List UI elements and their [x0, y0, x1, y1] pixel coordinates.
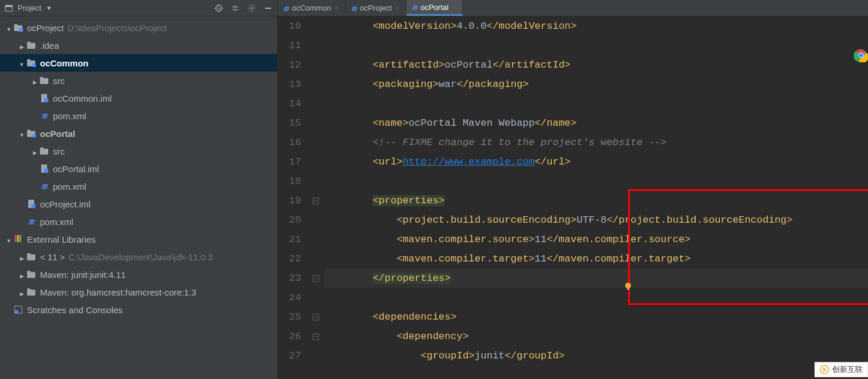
code-line[interactable]: <dependencies> [325, 307, 868, 327]
tree-node--idea[interactable]: .idea [0, 36, 277, 54]
folder-icon [39, 75, 49, 86]
iml-icon [39, 93, 49, 103]
code-line[interactable] [325, 288, 868, 307]
fold-marker[interactable] [307, 36, 325, 55]
close-icon[interactable]: × [395, 4, 400, 12]
intention-bulb-icon[interactable] [623, 281, 633, 291]
maven-file-icon: m [283, 4, 288, 13]
fold-marker[interactable] [307, 94, 325, 113]
code-editor[interactable]: 101112131415161718192021222324252627 <mo… [278, 16, 868, 379]
code-line[interactable]: <url>http://www.example.com</url> [325, 152, 868, 172]
fold-marker[interactable] [307, 346, 325, 365]
tree-node-label: < 11 > [40, 252, 65, 262]
tree-node-pom-xml[interactable]: mpom.xml [0, 177, 277, 195]
tree-node-pom-xml[interactable]: mpom.xml [0, 213, 277, 230]
tree-node-src[interactable]: src [0, 72, 277, 89]
project-pane-icon[interactable] [4, 3, 14, 14]
code-line[interactable]: </properties> [325, 269, 868, 288]
tab-ocportal[interactable]: mocPortal× [406, 0, 463, 16]
fold-marker[interactable] [307, 75, 325, 94]
fold-gutter[interactable] [307, 16, 325, 379]
fold-marker[interactable] [307, 113, 325, 133]
code-line[interactable]: <project.build.sourceEncoding>UTF-8</pro… [325, 210, 868, 230]
svg-rect-21 [44, 98, 48, 102]
tree-node-scratches-and-consoles[interactable]: Scratches and Consoles [0, 301, 277, 318]
code-line[interactable]: <!-- FIXME change it to the project's we… [325, 133, 868, 152]
tree-node-occommon-iml[interactable]: ocCommon.iml [0, 89, 277, 107]
code-line[interactable]: <properties> [325, 191, 868, 210]
tab-label: ocCommon [292, 4, 330, 12]
tree-node-pom-xml[interactable]: mpom.xml [0, 107, 277, 125]
close-icon[interactable]: × [335, 4, 339, 12]
code-line[interactable]: <artifactId>ocPortal</artifactId> [325, 55, 868, 75]
scratch-icon [13, 304, 24, 315]
line-number: 21 [278, 230, 301, 249]
minimize-icon[interactable] [263, 3, 273, 14]
fold-marker[interactable] [307, 152, 325, 172]
svg-rect-35 [27, 253, 31, 256]
fold-marker[interactable] [307, 288, 325, 307]
fold-marker[interactable] [307, 133, 325, 152]
fold-marker[interactable] [307, 307, 325, 327]
code-line[interactable]: <maven.compiler.target>11</maven.compile… [325, 249, 868, 269]
tree-node-label: ocPortal [40, 129, 75, 139]
fold-marker[interactable] [307, 249, 325, 269]
sidebar-title[interactable]: Project [18, 4, 41, 12]
tree-node-maven-org-hamcrest-hamcrest-core-1-3[interactable]: Maven: org.hamcrest:hamcrest-core:1.3 [0, 283, 277, 301]
code-content[interactable]: <modelVersion>4.0.0</modelVersion> <arti… [325, 16, 868, 379]
code-line[interactable]: <modelVersion>4.0.0</modelVersion> [325, 16, 868, 36]
fold-marker[interactable] [307, 55, 325, 75]
svg-rect-39 [27, 289, 31, 291]
code-line[interactable]: <packaging>war</packaging> [325, 75, 868, 94]
line-number: 19 [278, 191, 301, 210]
tree-node-external-libraries[interactable]: External Libraries [0, 230, 277, 248]
tree-node-path: C:\JavaDevelopment\Java\jdk-11.0.3 [69, 252, 213, 262]
tree-node-src[interactable]: src [0, 142, 277, 160]
code-line[interactable]: <name>ocPortal Maven Webapp</name> [325, 113, 868, 133]
fold-marker[interactable] [307, 16, 325, 36]
tree-node-label: .idea [40, 41, 59, 51]
svg-rect-37 [27, 271, 31, 273]
tree-node-label: pom.xml [53, 182, 86, 192]
maven-file-icon: m [352, 4, 356, 13]
code-line[interactable]: <dependency> [325, 327, 868, 346]
tree-node-ocproject-iml[interactable]: ocProject.iml [0, 195, 277, 213]
fold-marker[interactable] [307, 269, 325, 288]
tree-node-maven-junit-junit-4-11[interactable]: Maven: junit:junit:4.11 [0, 266, 277, 283]
code-line[interactable]: <groupId>junit</groupId> [325, 346, 868, 365]
tree-node--11-[interactable]: < 11 > C:\JavaDevelopment\Java\jdk-11.0.… [0, 248, 277, 266]
code-line[interactable] [325, 172, 868, 191]
folder-icon [26, 287, 36, 297]
tree-node-path: D:\IdeaProjects\ocProject [68, 23, 167, 33]
tree-node-label: src [53, 76, 65, 86]
module-icon [13, 22, 24, 33]
settings-icon[interactable] [246, 3, 257, 14]
browser-chrome-icon[interactable] [852, 47, 868, 63]
tree-node-ocproject[interactable]: ocProject D:\IdeaProjects\ocProject [0, 19, 277, 36]
tree-node-ocportal-iml[interactable]: ocPortal.iml [0, 160, 277, 177]
close-icon[interactable]: × [452, 3, 457, 12]
fold-marker[interactable] [307, 191, 325, 210]
svg-rect-51 [627, 289, 629, 290]
tab-occommon[interactable]: mocCommon× [278, 0, 346, 16]
tree-node-label: ocCommon [40, 58, 89, 68]
target-icon[interactable] [213, 3, 224, 14]
tab-ocproject[interactable]: mocProject× [346, 0, 406, 16]
tree-node-ocportal[interactable]: ocPortal [0, 125, 277, 142]
fold-marker[interactable] [307, 230, 325, 249]
line-number: 16 [278, 133, 301, 152]
project-tree[interactable]: ocProject D:\IdeaProjects\ocProject.idea… [0, 16, 277, 379]
line-number: 25 [278, 307, 301, 327]
tree-node-occommon[interactable]: ocCommon [0, 54, 277, 72]
fold-marker[interactable] [307, 327, 325, 346]
code-line[interactable] [325, 36, 868, 55]
code-line[interactable] [325, 94, 868, 113]
line-number: 11 [278, 36, 301, 55]
line-number: 14 [278, 94, 301, 113]
svg-rect-12 [19, 28, 23, 32]
collapse-all-icon[interactable] [230, 3, 241, 14]
code-line[interactable]: <maven.compiler.source>11</maven.compile… [325, 230, 868, 249]
m-icon: m [39, 110, 49, 121]
fold-marker[interactable] [307, 172, 325, 191]
fold-marker[interactable] [307, 210, 325, 230]
